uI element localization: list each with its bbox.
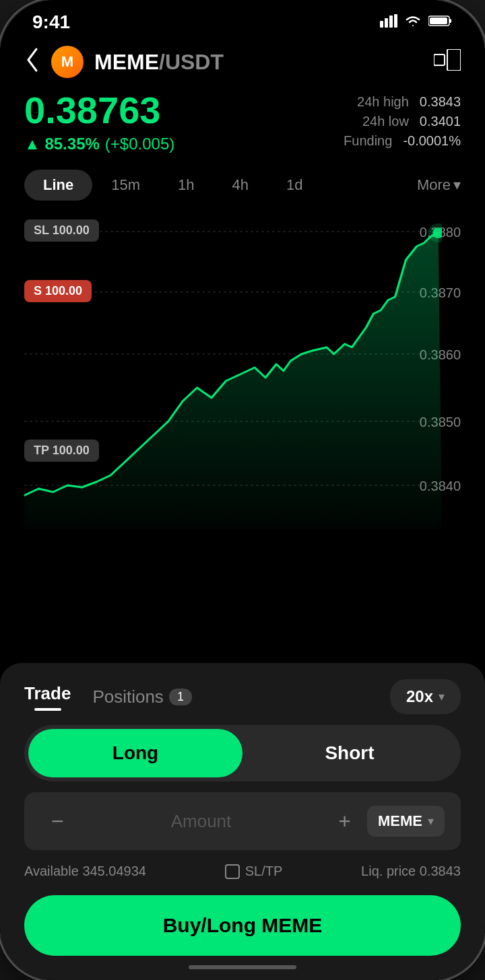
dynamic-island [189, 9, 296, 38]
tf-line-button[interactable]: Line [24, 170, 92, 201]
price-section: 0.38763 ▲ 85.35% (+$0.005) 24h high 0.38… [0, 86, 485, 164]
price-left: 0.38763 ▲ 85.35% (+$0.005) [24, 92, 174, 153]
sltp-label: SL/TP [245, 864, 283, 879]
funding-stat: Funding -0.0001% [344, 133, 461, 149]
tab-positions-label: Positions [92, 687, 164, 707]
price-chart [24, 206, 442, 529]
chevron-down-icon: ▾ [439, 689, 445, 704]
buy-long-button[interactable]: Buy/Long MEME [24, 895, 461, 956]
pair-quote: /USDT [159, 50, 224, 74]
status-time: 9:41 [32, 11, 70, 33]
header: M MEME/USDT [0, 38, 485, 86]
wifi-icon [404, 14, 422, 31]
funding-label: Funding [344, 133, 392, 149]
header-left: M MEME/USDT [24, 46, 224, 78]
amount-increase-button[interactable]: + [327, 809, 362, 834]
amount-input[interactable]: Amount [75, 811, 328, 832]
svg-rect-0 [380, 21, 383, 28]
phone-screen: 9:41 M [0, 0, 485, 980]
chevron-down-icon: ▾ [453, 176, 461, 194]
svg-rect-8 [447, 49, 461, 71]
low-value: 0.3401 [420, 114, 461, 129]
s-label: S 100.00 [24, 280, 92, 302]
tf-4h-button[interactable]: 4h [214, 170, 267, 201]
tf-more-button[interactable]: More ▾ [417, 176, 461, 194]
liq-price-info: Liq. price 0.3843 [361, 864, 461, 879]
available-info: Available 345.04934 [24, 864, 146, 879]
svg-rect-7 [434, 55, 445, 65]
tab-positions[interactable]: Positions 1 [92, 687, 192, 707]
chart-area: SL 100.00 S 100.00 TP 100.00 0.3880 0.38… [0, 206, 485, 529]
tab-trade[interactable]: Trade [24, 683, 71, 711]
amount-row: − Amount + MEME ▾ [24, 792, 461, 850]
amount-decrease-button[interactable]: − [40, 809, 75, 834]
sltp-toggle[interactable]: SL/TP [225, 864, 283, 879]
tp-label: TP 100.00 [24, 440, 99, 462]
high-stat: 24h high 0.3843 [357, 94, 461, 110]
pair-name: MEME/USDT [94, 50, 224, 75]
high-value: 0.3843 [420, 94, 461, 110]
tabs-row: Trade Positions 1 20x ▾ [24, 679, 461, 714]
currency-text: MEME [378, 812, 422, 830]
tf-1h-button[interactable]: 1h [159, 170, 213, 201]
battery-icon [428, 15, 453, 30]
phone-frame: 9:41 M [0, 0, 485, 980]
svg-rect-3 [394, 14, 397, 28]
funding-value: -0.0001% [403, 133, 461, 149]
change-usd: (+$0.005) [105, 135, 174, 153]
buy-button-label: Buy/Long MEME [163, 914, 323, 936]
sltp-checkbox[interactable] [225, 864, 240, 879]
svg-rect-1 [385, 18, 388, 28]
signal-icon [380, 14, 397, 31]
coin-icon: M [51, 46, 84, 78]
tf-1d-button[interactable]: 1d [267, 170, 321, 201]
positions-badge: 1 [169, 689, 192, 705]
current-price: 0.38763 [24, 92, 174, 129]
chevron-down-icon: ▾ [428, 814, 434, 829]
status-icons [380, 14, 453, 31]
chart-toggle-button[interactable] [434, 49, 461, 75]
change-pct: ▲ 85.35% [24, 135, 100, 153]
long-short-toggle: Long Short [24, 725, 461, 781]
tabs-left: Trade Positions 1 [24, 683, 192, 711]
svg-rect-6 [430, 18, 447, 24]
tab-trade-indicator [34, 708, 61, 711]
sl-label: SL 100.00 [24, 219, 99, 242]
low-label: 24h low [362, 114, 409, 129]
info-row: Available 345.04934 SL/TP Liq. price 0.3… [24, 861, 461, 890]
back-button[interactable] [24, 46, 40, 78]
price-stats: 24h high 0.3843 24h low 0.3401 Funding -… [344, 94, 461, 149]
leverage-selector[interactable]: 20x ▾ [390, 679, 461, 714]
timeframe-bar: Line 15m 1h 4h 1d More ▾ [0, 164, 485, 206]
pair-base: MEME [94, 50, 159, 74]
tf-15m-button[interactable]: 15m [92, 170, 159, 201]
high-label: 24h high [357, 94, 409, 110]
price-change: ▲ 85.35% (+$0.005) [24, 135, 174, 153]
long-button[interactable]: Long [28, 729, 243, 777]
tab-trade-label: Trade [24, 683, 71, 704]
short-button[interactable]: Short [243, 729, 457, 777]
home-indicator [189, 965, 296, 969]
svg-rect-2 [389, 15, 393, 28]
svg-rect-5 [449, 19, 451, 23]
leverage-value: 20x [406, 687, 433, 706]
low-stat: 24h low 0.3401 [362, 114, 461, 129]
currency-selector[interactable]: MEME ▾ [367, 806, 445, 837]
bottom-panel: Trade Positions 1 20x ▾ [0, 663, 485, 980]
